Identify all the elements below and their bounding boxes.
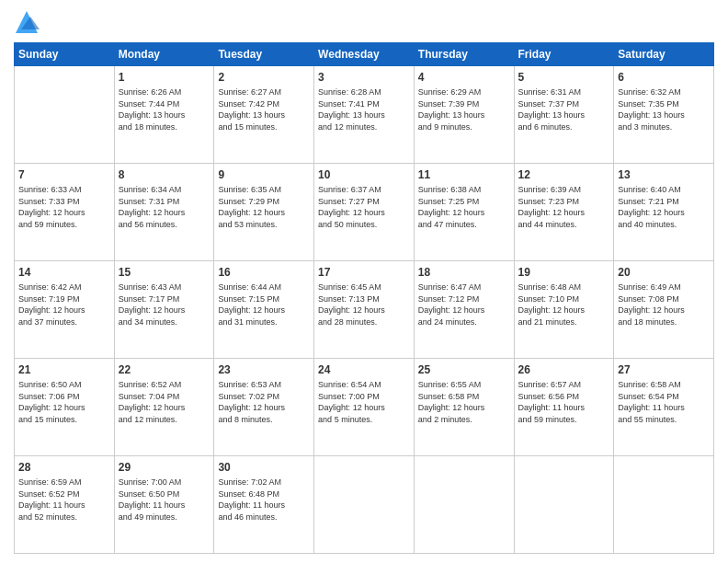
- calendar-table: SundayMondayTuesdayWednesdayThursdayFrid…: [14, 42, 714, 554]
- calendar-cell: 13Sunrise: 6:40 AMSunset: 7:21 PMDayligh…: [614, 164, 714, 261]
- calendar-cell: 20Sunrise: 6:49 AMSunset: 7:08 PMDayligh…: [614, 261, 714, 359]
- calendar-cell: 30Sunrise: 7:02 AMSunset: 6:48 PMDayligh…: [214, 456, 314, 554]
- calendar-cell: 28Sunrise: 6:59 AMSunset: 6:52 PMDayligh…: [15, 456, 115, 554]
- calendar-cell: [414, 456, 514, 554]
- day-number: 26: [518, 362, 610, 377]
- cell-content: Sunrise: 6:28 AMSunset: 7:41 PMDaylight:…: [318, 86, 410, 132]
- cell-content: Sunrise: 7:02 AMSunset: 6:48 PMDaylight:…: [218, 477, 310, 523]
- header: [14, 9, 714, 35]
- cell-content: Sunrise: 6:49 AMSunset: 7:08 PMDaylight:…: [618, 282, 710, 327]
- calendar-cell: 8Sunrise: 6:34 AMSunset: 7:31 PMDaylight…: [114, 164, 214, 261]
- day-number: 10: [318, 167, 410, 182]
- day-number: 23: [218, 362, 310, 377]
- cell-content: Sunrise: 6:53 AMSunset: 7:02 PMDaylight:…: [218, 379, 310, 425]
- cell-content: Sunrise: 6:37 AMSunset: 7:27 PMDaylight:…: [318, 184, 410, 230]
- day-number: 18: [418, 265, 510, 280]
- day-number: 15: [119, 265, 210, 280]
- day-number: 20: [618, 265, 710, 280]
- day-number: 25: [418, 362, 510, 377]
- cell-content: Sunrise: 6:35 AMSunset: 7:29 PMDaylight:…: [218, 184, 310, 230]
- cell-content: Sunrise: 6:32 AMSunset: 7:35 PMDaylight:…: [618, 86, 710, 132]
- cell-content: Sunrise: 6:33 AMSunset: 7:33 PMDaylight:…: [18, 184, 110, 230]
- cell-content: Sunrise: 6:59 AMSunset: 6:52 PMDaylight:…: [18, 477, 110, 523]
- day-number: 8: [119, 167, 210, 182]
- day-number: 11: [418, 167, 510, 182]
- calendar-cell: 27Sunrise: 6:58 AMSunset: 6:54 PMDayligh…: [614, 359, 714, 456]
- day-number: 19: [518, 265, 610, 280]
- day-number: 6: [618, 70, 710, 85]
- day-number: 27: [618, 362, 710, 377]
- day-number: 2: [218, 70, 310, 85]
- cell-content: Sunrise: 6:57 AMSunset: 6:56 PMDaylight:…: [518, 379, 610, 425]
- weekday-header-tuesday: Tuesday: [214, 43, 314, 66]
- weekday-header-monday: Monday: [114, 43, 214, 66]
- calendar-week-3: 14Sunrise: 6:42 AMSunset: 7:19 PMDayligh…: [15, 261, 714, 359]
- cell-content: Sunrise: 6:55 AMSunset: 6:58 PMDaylight:…: [418, 379, 510, 425]
- cell-content: Sunrise: 6:50 AMSunset: 7:06 PMDaylight:…: [18, 379, 110, 425]
- cell-content: Sunrise: 6:45 AMSunset: 7:13 PMDaylight:…: [318, 282, 410, 327]
- day-number: 30: [218, 460, 310, 475]
- weekday-header-wednesday: Wednesday: [314, 43, 415, 66]
- weekday-header-friday: Friday: [514, 43, 614, 66]
- day-number: 14: [18, 265, 110, 280]
- calendar-cell: 18Sunrise: 6:47 AMSunset: 7:12 PMDayligh…: [414, 261, 514, 359]
- calendar-cell: 16Sunrise: 6:44 AMSunset: 7:15 PMDayligh…: [214, 261, 314, 359]
- calendar-cell: 11Sunrise: 6:38 AMSunset: 7:25 PMDayligh…: [414, 164, 514, 261]
- day-number: 24: [318, 362, 410, 377]
- day-number: 1: [119, 70, 210, 85]
- page: SundayMondayTuesdayWednesdayThursdayFrid…: [0, 0, 728, 563]
- calendar-cell: 12Sunrise: 6:39 AMSunset: 7:23 PMDayligh…: [514, 164, 614, 261]
- calendar-cell: [15, 66, 115, 164]
- calendar-cell: 15Sunrise: 6:43 AMSunset: 7:17 PMDayligh…: [114, 261, 214, 359]
- logo-icon: [14, 9, 40, 35]
- calendar-cell: 7Sunrise: 6:33 AMSunset: 7:33 PMDaylight…: [15, 164, 115, 261]
- day-number: 5: [518, 70, 610, 85]
- weekday-header-row: SundayMondayTuesdayWednesdayThursdayFrid…: [15, 43, 714, 66]
- cell-content: Sunrise: 6:31 AMSunset: 7:37 PMDaylight:…: [518, 86, 610, 132]
- weekday-header-sunday: Sunday: [15, 43, 115, 66]
- day-number: 9: [218, 167, 310, 182]
- day-number: 7: [18, 167, 110, 182]
- day-number: 21: [18, 362, 110, 377]
- cell-content: Sunrise: 6:43 AMSunset: 7:17 PMDaylight:…: [119, 282, 210, 327]
- day-number: 16: [218, 265, 310, 280]
- day-number: 29: [119, 460, 210, 475]
- calendar-cell: 4Sunrise: 6:29 AMSunset: 7:39 PMDaylight…: [414, 66, 514, 164]
- calendar-cell: [314, 456, 415, 554]
- calendar-cell: [514, 456, 614, 554]
- calendar-cell: 19Sunrise: 6:48 AMSunset: 7:10 PMDayligh…: [514, 261, 614, 359]
- cell-content: Sunrise: 6:26 AMSunset: 7:44 PMDaylight:…: [119, 86, 210, 132]
- calendar-cell: 1Sunrise: 6:26 AMSunset: 7:44 PMDaylight…: [114, 66, 214, 164]
- calendar-week-2: 7Sunrise: 6:33 AMSunset: 7:33 PMDaylight…: [15, 164, 714, 261]
- cell-content: Sunrise: 6:39 AMSunset: 7:23 PMDaylight:…: [518, 184, 610, 230]
- cell-content: Sunrise: 6:29 AMSunset: 7:39 PMDaylight:…: [418, 86, 510, 132]
- calendar-cell: 2Sunrise: 6:27 AMSunset: 7:42 PMDaylight…: [214, 66, 314, 164]
- cell-content: Sunrise: 6:27 AMSunset: 7:42 PMDaylight:…: [218, 86, 310, 132]
- calendar-cell: 22Sunrise: 6:52 AMSunset: 7:04 PMDayligh…: [114, 359, 214, 456]
- calendar-cell: 21Sunrise: 6:50 AMSunset: 7:06 PMDayligh…: [15, 359, 115, 456]
- calendar-cell: 3Sunrise: 6:28 AMSunset: 7:41 PMDaylight…: [314, 66, 415, 164]
- calendar-cell: 10Sunrise: 6:37 AMSunset: 7:27 PMDayligh…: [314, 164, 415, 261]
- weekday-header-saturday: Saturday: [614, 43, 714, 66]
- calendar-cell: 14Sunrise: 6:42 AMSunset: 7:19 PMDayligh…: [15, 261, 115, 359]
- calendar-cell: 25Sunrise: 6:55 AMSunset: 6:58 PMDayligh…: [414, 359, 514, 456]
- cell-content: Sunrise: 6:47 AMSunset: 7:12 PMDaylight:…: [418, 282, 510, 327]
- cell-content: Sunrise: 6:48 AMSunset: 7:10 PMDaylight:…: [518, 282, 610, 327]
- day-number: 4: [418, 70, 510, 85]
- day-number: 28: [18, 460, 110, 475]
- calendar-cell: 5Sunrise: 6:31 AMSunset: 7:37 PMDaylight…: [514, 66, 614, 164]
- cell-content: Sunrise: 6:52 AMSunset: 7:04 PMDaylight:…: [119, 379, 210, 425]
- calendar-cell: 24Sunrise: 6:54 AMSunset: 7:00 PMDayligh…: [314, 359, 415, 456]
- weekday-header-thursday: Thursday: [414, 43, 514, 66]
- calendar-cell: 23Sunrise: 6:53 AMSunset: 7:02 PMDayligh…: [214, 359, 314, 456]
- calendar-cell: 6Sunrise: 6:32 AMSunset: 7:35 PMDaylight…: [614, 66, 714, 164]
- cell-content: Sunrise: 6:34 AMSunset: 7:31 PMDaylight:…: [119, 184, 210, 230]
- cell-content: Sunrise: 6:54 AMSunset: 7:00 PMDaylight:…: [318, 379, 410, 425]
- logo: [14, 9, 43, 35]
- cell-content: Sunrise: 6:40 AMSunset: 7:21 PMDaylight:…: [618, 184, 710, 230]
- cell-content: Sunrise: 6:58 AMSunset: 6:54 PMDaylight:…: [618, 379, 710, 425]
- calendar-cell: [614, 456, 714, 554]
- cell-content: Sunrise: 6:42 AMSunset: 7:19 PMDaylight:…: [18, 282, 110, 327]
- day-number: 12: [518, 167, 610, 182]
- calendar-week-1: 1Sunrise: 6:26 AMSunset: 7:44 PMDaylight…: [15, 66, 714, 164]
